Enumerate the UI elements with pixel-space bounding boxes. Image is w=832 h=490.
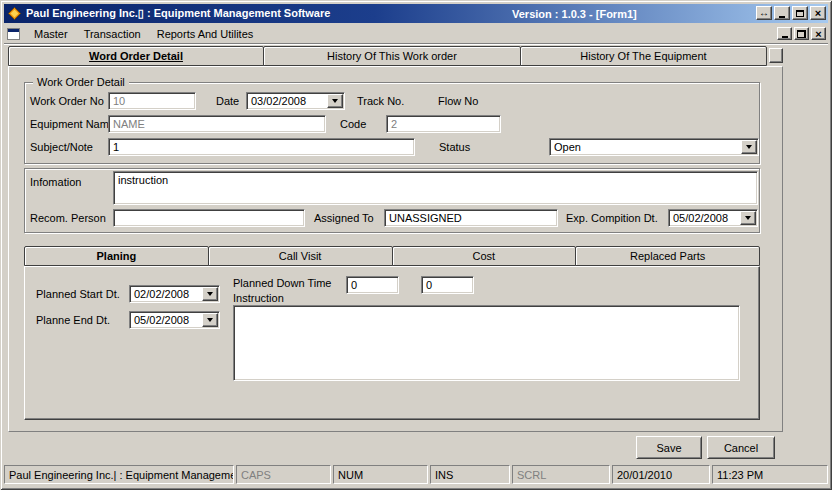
recom-person-field[interactable] [113, 209, 305, 227]
equipment-name-field[interactable]: NAME [108, 115, 326, 133]
status-num-panel: NUM [333, 465, 428, 484]
menu-separator [4, 43, 828, 45]
chevron-down-icon [332, 99, 338, 103]
equipment-name-label: Equipment Name [30, 118, 115, 131]
planned-end-combo[interactable]: 05/02/2008 [129, 311, 220, 329]
recom-person-label: Recom. Person [30, 212, 106, 225]
exp-completion-dropdown-button[interactable] [740, 211, 756, 225]
code-field[interactable]: 2 [386, 115, 501, 133]
instruction-field[interactable] [233, 305, 740, 381]
planned-start-combo-value: 02/02/2008 [134, 288, 189, 300]
exp-completion-combo-value: 05/02/2008 [673, 212, 728, 224]
close-button[interactable]: × [810, 6, 826, 20]
resize-icon: ↔ [759, 8, 769, 18]
tab-cost[interactable]: Cost [392, 246, 577, 266]
menu-item-reports[interactable]: Reports And Utilites [149, 26, 262, 42]
cancel-button[interactable]: Cancel [707, 436, 775, 459]
down-time-field-2[interactable]: 0 [421, 276, 474, 294]
status-dropdown-button[interactable] [741, 140, 757, 154]
menu-item-transaction[interactable]: Transaction [76, 26, 149, 42]
exp-completion-label: Exp. Compition Dt. [566, 212, 658, 225]
status-app-panel: Paul Engineering Inc.| : Equipment Manag… [4, 465, 234, 484]
tab-history-of-work-order[interactable]: History Of This Work order [263, 46, 521, 66]
subject-note-label: Subject/Note [30, 141, 93, 154]
date-dropdown-button[interactable] [327, 94, 343, 108]
status-combo[interactable]: Open [549, 138, 759, 156]
mdi-minimize-icon [782, 36, 788, 38]
main-tab-strip: Word Order Detail History Of This Work o… [8, 46, 783, 66]
window-title: Paul Engineering Inc.▯ : Equipment Manag… [26, 7, 330, 20]
status-combo-value: Open [554, 141, 581, 153]
planned-end-dropdown-button[interactable] [202, 313, 218, 327]
track-no-label: Track No. [357, 95, 404, 108]
menu-item-master[interactable]: Master [26, 26, 76, 42]
mdi-close-button[interactable]: × [811, 27, 826, 40]
mdi-restore-icon [797, 30, 806, 38]
tab-replaced-parts[interactable]: Replaced Parts [575, 246, 760, 266]
planned-start-combo[interactable]: 02/02/2008 [129, 285, 220, 303]
date-combo-value: 03/02/2008 [251, 95, 306, 107]
minimize-icon [779, 16, 785, 18]
maximize-icon [796, 10, 804, 17]
instruction-label: Instruction [233, 292, 284, 305]
work-order-no-label: Work Order No [30, 95, 104, 108]
chevron-down-icon [207, 318, 213, 322]
minimize-button[interactable] [774, 6, 790, 20]
planned-down-time-label: Planned Down Time [233, 277, 331, 290]
information-field[interactable]: instruction [113, 171, 758, 205]
information-label: Infomation [30, 176, 81, 189]
tab-strip-end-button[interactable] [769, 48, 783, 63]
status-bar: Paul Engineering Inc.| : Equipment Manag… [4, 462, 828, 486]
status-scrl-panel: SCRL [512, 465, 610, 484]
code-label: Code [340, 118, 366, 131]
title-bar: Paul Engineering Inc.▯ : Equipment Manag… [4, 4, 828, 23]
status-time-panel: 11:23 PM [712, 465, 828, 484]
flow-no-label: Flow No [438, 95, 478, 108]
menu-bar: Master Transaction Reports And Utilites … [4, 24, 828, 43]
chevron-down-icon [207, 292, 213, 296]
save-button[interactable]: Save [636, 436, 702, 459]
planned-start-dropdown-button[interactable] [202, 287, 218, 301]
subject-note-field[interactable]: 1 [108, 138, 415, 156]
form-window-icon [7, 28, 20, 40]
tab-word-order-detail[interactable]: Word Order Detail [8, 46, 264, 66]
mdi-restore-button[interactable] [794, 27, 809, 40]
work-order-detail-group-caption: Work Order Detail [33, 76, 129, 89]
work-order-no-field[interactable]: 10 [108, 92, 196, 110]
window-version: Version : 1.0.3 - [Form1] [512, 8, 637, 20]
tab-history-of-equipment[interactable]: History Of The Equipment [520, 46, 767, 66]
chevron-down-icon [746, 145, 752, 149]
sub-tab-strip: Planing Call Visit Cost Replaced Parts [24, 246, 760, 266]
chevron-down-icon [745, 216, 751, 220]
close-icon: × [815, 8, 821, 18]
down-time-field-1[interactable]: 0 [346, 276, 399, 294]
planned-start-label: Planned Start Dt. [36, 288, 120, 301]
app-window: Paul Engineering Inc.▯ : Equipment Manag… [0, 0, 832, 490]
tab-call-visit[interactable]: Call Visit [208, 246, 393, 266]
status-caps-panel: CAPS [236, 465, 331, 484]
resize-button[interactable]: ↔ [756, 6, 772, 20]
date-label: Date [216, 95, 239, 108]
tab-planing[interactable]: Planing [24, 246, 209, 266]
mdi-close-icon: × [815, 29, 821, 39]
status-label: Status [439, 141, 470, 154]
status-ins-panel: INS [430, 465, 510, 484]
app-diamond-icon [8, 7, 21, 20]
planned-end-combo-value: 05/02/2008 [134, 314, 189, 326]
maximize-button[interactable] [792, 6, 808, 20]
status-date-panel: 20/01/2010 [612, 465, 710, 484]
date-combo[interactable]: 03/02/2008 [246, 92, 345, 110]
mdi-minimize-button[interactable] [777, 27, 792, 40]
planned-end-label: Planne End Dt. [36, 314, 110, 327]
assigned-to-field[interactable]: UNASSIGNED [384, 209, 558, 227]
exp-completion-combo[interactable]: 05/02/2008 [668, 209, 758, 227]
assigned-to-label: Assigned To [314, 212, 374, 225]
